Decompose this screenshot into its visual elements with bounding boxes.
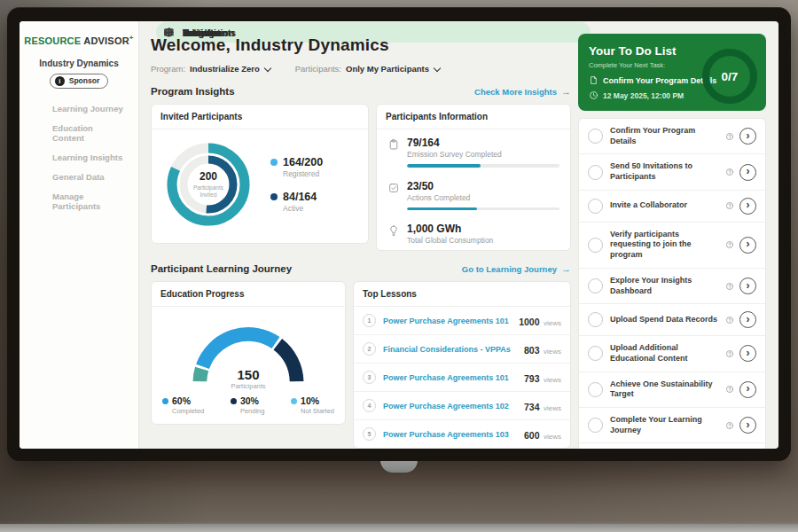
lesson-title-link[interactable]: Power Purchase Agreements 101 (383, 317, 519, 325)
sponsor-badge[interactable]: i Sponsor (50, 74, 108, 89)
lesson-title-link[interactable]: Power Purchase Agreements 103 (383, 430, 524, 439)
task-row: Explore Your Insights Dashboard › (579, 269, 765, 304)
task-checkbox[interactable] (588, 312, 603, 327)
task-checkbox[interactable] (588, 199, 603, 214)
task-checkbox[interactable] (588, 238, 603, 253)
progress-fill (407, 207, 477, 211)
views-suffix: views (544, 433, 561, 441)
task-checkbox[interactable] (588, 346, 603, 361)
task-checkbox[interactable] (588, 418, 603, 433)
task-row: Upload Additional Educational Content › (579, 336, 765, 372)
participants-filter-label: Participants: (295, 64, 341, 74)
task-checkbox[interactable] (588, 278, 603, 293)
todo-due-label: 12 May 2025, 12:00 PM (603, 91, 684, 100)
info-label: Actions Completed (407, 193, 559, 202)
lesson-row: 2 Financial Considerations - VPPAs 803 v… (354, 334, 570, 363)
task-chevron-button[interactable]: › (739, 381, 756, 398)
legend-dot (162, 398, 168, 404)
legend-value: 84/164 (283, 191, 317, 203)
legend-dot (231, 398, 237, 404)
sidebar-item[interactable]: Education Content (25, 119, 133, 147)
brand-primary: RESOURCE (24, 35, 81, 46)
gauge-legend: 60% Completed 30% (152, 390, 345, 424)
views-suffix: views (544, 348, 561, 356)
lesson-views: 803 views (524, 341, 561, 357)
task-checkbox[interactable] (588, 165, 603, 180)
participants-filter-dropdown[interactable]: Participants: Only My Participants (295, 64, 440, 74)
collapse-tasks-link[interactable]: Collapse Tasks (579, 443, 765, 449)
donut-center-label: Participants Invited (184, 184, 232, 200)
task-chevron-button[interactable]: › (739, 311, 756, 328)
lesson-title-link[interactable]: Financial Considerations - VPPAs (383, 345, 524, 354)
legend-value: 30% (240, 395, 259, 406)
lesson-views: 734 views (524, 398, 561, 414)
task-label: Send 50 Invitations to Participants (610, 161, 722, 182)
legend-label: Active (283, 204, 317, 213)
lesson-title-link[interactable]: Power Purchase Agreements 102 (383, 402, 524, 411)
go-to-learning-journey-link[interactable]: Go to Learning Journey→ (462, 263, 571, 274)
donut-center-value: 200 (200, 170, 217, 183)
education-progress-card: Education Progress 150 Participants (151, 281, 346, 425)
brand-logo: RESOURCEADVISOR+ (20, 21, 138, 46)
task-checkbox[interactable] (588, 382, 603, 397)
info-value: 79/164 (407, 137, 559, 149)
lesson-row: 3 Power Purchase Agreements 101 793 view… (354, 363, 570, 391)
task-row: Complete Your Learning Journey › (579, 408, 765, 443)
help-icon (725, 421, 734, 430)
check-more-insights-link[interactable]: Check More Insights→ (474, 86, 571, 97)
task-chevron-button[interactable]: › (739, 164, 756, 181)
lesson-title-link[interactable]: Power Purchase Agreements 101 (383, 373, 524, 382)
task-row: Verify participants requesting to join t… (579, 223, 765, 269)
views-count: 734 (524, 402, 540, 412)
views-suffix: views (544, 376, 561, 384)
task-chevron-button[interactable]: › (739, 345, 756, 362)
sidebar-item[interactable]: Learning Journey (25, 99, 133, 118)
right-panel: Your To Do List Complete Your Next Task:… (578, 34, 766, 449)
section-title-program-insights: Program Insights (151, 86, 235, 97)
sidebar-item[interactable]: Learning Insights (25, 148, 133, 167)
lesson-rank: 2 (363, 342, 376, 356)
sidebar-item[interactable]: Manage Participants (25, 187, 133, 215)
views-count: 803 (524, 345, 540, 356)
nav-label: Learning Journey (52, 104, 123, 113)
link-label: Go to Learning Journey (462, 264, 557, 274)
desk-edge (0, 524, 798, 532)
arrow-right-icon: → (561, 263, 571, 274)
brand-plus: + (129, 34, 134, 42)
monitor-stand (380, 460, 418, 473)
program-filter-dropdown[interactable]: Program: Industrialize Zero (151, 64, 270, 74)
sidebar-item[interactable]: General Data (25, 168, 133, 186)
todo-progress-ring: 0/7 (702, 49, 757, 104)
task-chevron-button[interactable]: › (739, 278, 756, 294)
info-row-icon (387, 138, 400, 151)
lesson-rank: 5 (363, 427, 376, 441)
info-row-icon (387, 224, 400, 237)
gauge-center-label: Participants (182, 382, 315, 390)
program-filter-value: Industrialize Zero (190, 64, 260, 74)
legend-dot (270, 159, 278, 166)
learning-cards-row: Education Progress 150 Participants (151, 281, 571, 449)
task-chevron-button[interactable]: › (739, 198, 756, 215)
legend-item: 60% Completed (162, 395, 204, 415)
legend-item: 10% Not Started (291, 395, 334, 415)
task-chevron-button[interactable]: › (739, 417, 756, 434)
task-label: Complete Your Learning Journey (610, 415, 722, 435)
progress-bar (407, 164, 559, 168)
task-row: Invite a Collaborator › (579, 191, 765, 223)
card-title: Invited Participants (152, 105, 368, 129)
help-icon (725, 316, 734, 325)
lesson-views: 1000 views (519, 313, 561, 329)
task-row: Confirm Your Program Details › (579, 119, 765, 154)
task-checkbox[interactable] (588, 129, 603, 144)
task-chevron-button[interactable]: › (739, 237, 756, 254)
lesson-rank: 3 (363, 371, 376, 384)
task-label: Upload Additional Educational Content (610, 343, 722, 364)
task-row: Send 50 Invitations to Participants › (579, 154, 765, 190)
legend-dot (291, 398, 297, 404)
task-row: Achieve One Sustainability Target › (579, 372, 765, 408)
filters-row: Program: Industrialize Zero Participants… (151, 64, 571, 74)
task-chevron-button[interactable]: › (739, 128, 756, 145)
help-icon (725, 132, 734, 141)
progress-bar (407, 207, 559, 211)
scene-background: RESOURCEADVISOR+ Industry Dynamics i Spo… (0, 0, 798, 532)
